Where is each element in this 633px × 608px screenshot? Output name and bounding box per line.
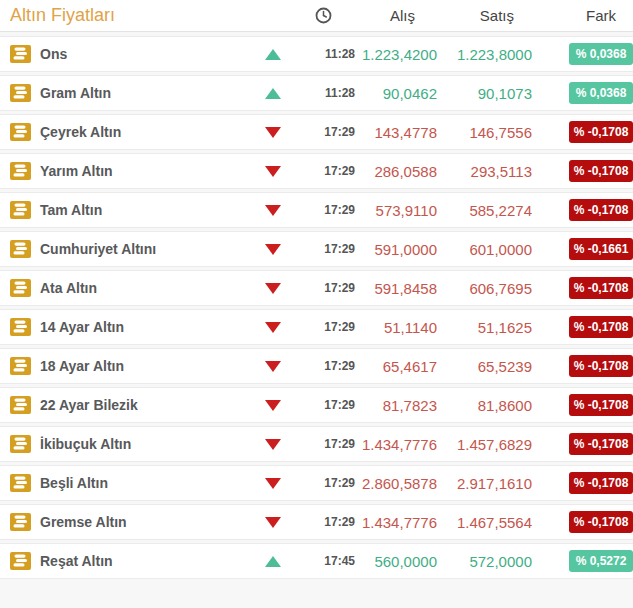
instrument-name: Ons: [40, 46, 67, 62]
trend-down-icon: [265, 400, 281, 411]
update-time: 17:29: [291, 320, 355, 334]
change-badge: % -0,1708: [569, 121, 633, 143]
update-time: 17:29: [291, 203, 355, 217]
column-header-diff: Fark: [532, 7, 633, 24]
table-row[interactable]: Reşat Altın 17:45 560,0000 572,0000 % 0,…: [0, 543, 633, 579]
update-time: 17:29: [291, 359, 355, 373]
sell-price: 601,0000: [437, 241, 532, 258]
instrument-name: Ata Altın: [40, 280, 97, 296]
update-time: 17:29: [291, 281, 355, 295]
table-header: Altın Fiyatları Alış Satış Fark: [0, 0, 633, 32]
buy-price: 90,0462: [355, 85, 437, 102]
gold-coins-icon: [10, 318, 31, 336]
trend-down-icon: [265, 205, 281, 216]
buy-price: 51,1140: [355, 319, 437, 336]
change-badge: % 0,0368: [569, 43, 633, 65]
trend-up-icon: [265, 49, 281, 60]
gold-prices-widget: Altın Fiyatları Alış Satış Fark: [0, 0, 633, 608]
gold-coins-icon: [10, 84, 31, 102]
buy-price: 560,0000: [355, 553, 437, 570]
trend-down-icon: [265, 166, 281, 177]
instrument-name: 14 Ayar Altın: [40, 319, 124, 335]
update-time: 17:29: [291, 515, 355, 529]
update-time: 11:28: [291, 86, 355, 100]
instrument-name: Yarım Altın: [40, 163, 113, 179]
change-badge: % -0,1708: [569, 277, 633, 299]
clock-icon: [315, 7, 332, 24]
sell-price: 90,1073: [437, 85, 532, 102]
sell-price: 2.917,1610: [437, 475, 532, 492]
column-header-buy: Alış: [355, 7, 437, 24]
table-row[interactable]: Cumhuriyet Altını 17:29 591,0000 601,000…: [0, 231, 633, 267]
change-badge: % -0,1708: [569, 511, 633, 533]
table-row[interactable]: 14 Ayar Altın 17:29 51,1140 51,1625 % -0…: [0, 309, 633, 345]
instrument-name: İkibuçuk Altın: [40, 436, 131, 452]
instrument-name: Tam Altın: [40, 202, 102, 218]
sell-price: 81,8600: [437, 397, 532, 414]
buy-price: 591,8458: [355, 280, 437, 297]
update-time: 17:29: [291, 437, 355, 451]
gold-coins-icon: [10, 474, 31, 492]
update-time: 17:29: [291, 476, 355, 490]
instrument-name: Çeyrek Altın: [40, 124, 121, 140]
table-row[interactable]: Ata Altın 17:29 591,8458 606,7695 % -0,1…: [0, 270, 633, 306]
trend-down-icon: [265, 244, 281, 255]
instrument-name: Gremse Altın: [40, 514, 127, 530]
change-badge: % -0,1708: [569, 199, 633, 221]
table-row[interactable]: İkibuçuk Altın 17:29 1.434,7776 1.457,68…: [0, 426, 633, 462]
column-header-sell: Satış: [437, 7, 532, 24]
instrument-name: Gram Altın: [40, 85, 111, 101]
instrument-name: Beşli Altın: [40, 475, 108, 491]
trend-up-icon: [265, 88, 281, 99]
gold-coins-icon: [10, 435, 31, 453]
trend-down-icon: [265, 127, 281, 138]
change-badge: % -0,1661: [569, 238, 633, 260]
gold-coins-icon: [10, 45, 31, 63]
table-row[interactable]: Gram Altın 11:28 90,0462 90,1073 % 0,036…: [0, 75, 633, 111]
sell-price: 606,7695: [437, 280, 532, 297]
page-title: Altın Fiyatları: [0, 5, 255, 26]
trend-down-icon: [265, 439, 281, 450]
change-badge: % -0,1708: [569, 316, 633, 338]
table-row[interactable]: Beşli Altın 17:29 2.860,5878 2.917,1610 …: [0, 465, 633, 501]
sell-price: 1.223,8000: [437, 46, 532, 63]
change-badge: % 0,0368: [569, 82, 633, 104]
table-row[interactable]: Yarım Altın 17:29 286,0588 293,5113 % -0…: [0, 153, 633, 189]
update-time: 17:29: [291, 398, 355, 412]
buy-price: 65,4617: [355, 358, 437, 375]
gold-coins-icon: [10, 396, 31, 414]
trend-down-icon: [265, 478, 281, 489]
gold-coins-icon: [10, 357, 31, 375]
gold-coins-icon: [10, 162, 31, 180]
gold-coins-icon: [10, 201, 31, 219]
sell-price: 1.457,6829: [437, 436, 532, 453]
buy-price: 81,7823: [355, 397, 437, 414]
instrument-name: Reşat Altın: [40, 553, 113, 569]
buy-price: 573,9110: [355, 202, 437, 219]
change-badge: % -0,1708: [569, 394, 633, 416]
trend-up-icon: [265, 556, 281, 567]
update-time: 17:29: [291, 164, 355, 178]
buy-price: 1.223,4200: [355, 46, 437, 63]
instrument-name: 22 Ayar Bilezik: [40, 397, 138, 413]
buy-price: 143,4778: [355, 124, 437, 141]
trend-down-icon: [265, 322, 281, 333]
gold-coins-icon: [10, 240, 31, 258]
buy-price: 1.434,7776: [355, 514, 437, 531]
price-table: Ons 11:28 1.223,4200 1.223,8000 % 0,0368…: [0, 36, 633, 579]
table-row[interactable]: Çeyrek Altın 17:29 143,4778 146,7556 % -…: [0, 114, 633, 150]
table-row[interactable]: Gremse Altın 17:29 1.434,7776 1.467,5564…: [0, 504, 633, 540]
table-row[interactable]: Ons 11:28 1.223,4200 1.223,8000 % 0,0368: [0, 36, 633, 72]
table-row[interactable]: Tam Altın 17:29 573,9110 585,2274 % -0,1…: [0, 192, 633, 228]
sell-price: 65,5239: [437, 358, 532, 375]
gold-coins-icon: [10, 513, 31, 531]
trend-down-icon: [265, 517, 281, 528]
update-time: 17:29: [291, 242, 355, 256]
sell-price: 572,0000: [437, 553, 532, 570]
sell-price: 585,2274: [437, 202, 532, 219]
table-row[interactable]: 22 Ayar Bilezik 17:29 81,7823 81,8600 % …: [0, 387, 633, 423]
trend-down-icon: [265, 283, 281, 294]
update-time: 11:28: [291, 47, 355, 61]
change-badge: % -0,1708: [569, 355, 633, 377]
table-row[interactable]: 18 Ayar Altın 17:29 65,4617 65,5239 % -0…: [0, 348, 633, 384]
